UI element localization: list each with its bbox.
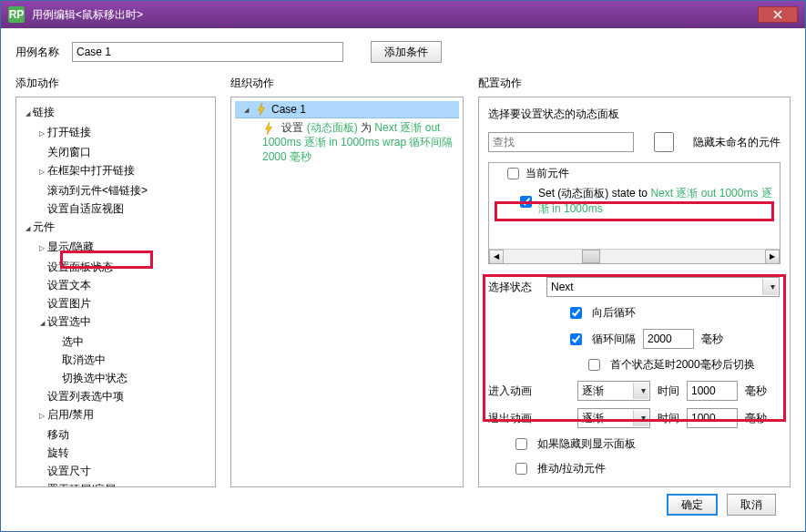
select-panel-label: 选择要设置状态的动态面板 — [488, 107, 780, 122]
case-row[interactable]: Case 1 — [235, 101, 459, 118]
hide-unnamed-checkbox[interactable] — [645, 132, 683, 152]
time-in-input[interactable] — [687, 381, 738, 401]
wrap-back-checkbox[interactable] — [570, 307, 582, 319]
ok-button[interactable]: 确定 — [667, 494, 718, 516]
tree-item-set-text[interactable]: 设置文本 — [36, 276, 213, 294]
scroll-left-button[interactable]: ◀ — [489, 250, 504, 264]
tree-item-set-panel-state[interactable]: 设置面板状态 — [36, 258, 213, 276]
title-bar[interactable]: RP 用例编辑<鼠标移出时> — [1, 1, 805, 28]
tree-item-toggle-selected[interactable]: 切换选中状态 — [51, 369, 213, 387]
tree-item-deselect[interactable]: 取消选中 — [51, 351, 213, 369]
wrap-back-label: 向后循环 — [592, 305, 636, 321]
tree-item-move[interactable]: 移动 — [36, 425, 213, 444]
scroll-thumb[interactable] — [582, 250, 600, 263]
anim-out-select[interactable]: 逐渐 — [577, 408, 650, 428]
tree-group-widget[interactable]: 元件 显示/隐藏 设置面板状态 设置文本 设置图片 设置选中 选中 取消选中 — [22, 218, 213, 487]
hide-unnamed-label: 隐藏未命名的元件 — [693, 135, 780, 150]
loop-checkbox[interactable] — [570, 333, 582, 345]
app-icon: RP — [8, 6, 25, 23]
case-name-input[interactable] — [72, 42, 343, 62]
item-checkbox[interactable] — [520, 196, 532, 208]
tree-item-show-hide[interactable]: 显示/隐藏 — [36, 238, 213, 258]
lightning-icon — [262, 122, 275, 135]
tree-group-link[interactable]: 链接 打开链接 关闭窗口 在框架中打开链接 滚动到元件<锚链接> 设置自适应视图 — [22, 103, 213, 218]
tree-item-set-image[interactable]: 设置图片 — [36, 294, 213, 312]
current-widget-label: 当前元件 — [525, 166, 569, 181]
tree-item-rotate[interactable]: 旋转 — [36, 444, 213, 462]
lightning-icon — [255, 103, 268, 116]
case-editor-dialog: RP 用例编辑<鼠标移出时> 用例名称 添加条件 添加动作 链接 打开链接 — [0, 0, 806, 532]
add-action-header: 添加动作 — [15, 76, 216, 91]
tree-item-bring-to-front[interactable]: 置于顶层/底层 — [36, 480, 213, 487]
close-button[interactable] — [758, 6, 798, 23]
anim-in-select[interactable]: 逐渐 — [577, 381, 650, 401]
time-out-label: 时间 — [658, 411, 679, 426]
panel-listbox[interactable]: 当前元件 Set (动态面板) state to Next 逐渐 out 100… — [488, 162, 780, 264]
push-pull-label: 推动/拉动元件 — [537, 461, 606, 476]
loop-interval-input[interactable] — [643, 329, 694, 349]
case-name-label: 用例名称 — [15, 45, 59, 60]
anim-in-label: 进入动画 — [488, 384, 539, 399]
tree-item-open-link[interactable]: 打开链接 — [36, 123, 213, 143]
show-if-hidden-checkbox[interactable] — [515, 438, 527, 450]
add-condition-button[interactable]: 添加条件 — [371, 41, 442, 63]
current-widget-checkbox[interactable] — [507, 168, 519, 179]
first-delay-checkbox[interactable] — [588, 359, 600, 371]
close-icon — [773, 10, 782, 19]
tree-item-set-list-selected[interactable]: 设置列表选中项 — [36, 387, 213, 405]
state-select[interactable]: Next — [546, 277, 780, 297]
tree-item-scroll-to[interactable]: 滚动到元件<锚链接> — [36, 181, 213, 200]
scroll-right-button[interactable]: ▶ — [765, 250, 780, 264]
push-pull-checkbox[interactable] — [515, 463, 527, 475]
tree-item-set-selected[interactable]: 设置选中 选中 取消选中 切换选中状态 — [36, 312, 213, 387]
tree-item-open-in-frame[interactable]: 在框架中打开链接 — [36, 161, 213, 181]
tree-item-adaptive-view[interactable]: 设置自适应视图 — [36, 200, 213, 218]
horizontal-scrollbar[interactable]: ◀ ▶ — [489, 249, 780, 263]
first-delay-label: 首个状态延时2000毫秒后切换 — [610, 357, 755, 373]
time-out-input[interactable] — [687, 408, 738, 428]
search-input[interactable] — [488, 132, 634, 152]
window-title: 用例编辑<鼠标移出时> — [32, 7, 143, 23]
configure-action-header: 配置动作 — [478, 76, 791, 91]
tree-item-set-size[interactable]: 设置尺寸 — [36, 462, 213, 480]
tree-item-selected[interactable]: 选中 — [51, 332, 213, 351]
loop-label: 循环间隔 — [592, 332, 636, 347]
select-state-label: 选择状态 — [488, 280, 539, 295]
organize-action-header: 组织动作 — [230, 76, 464, 91]
cancel-button[interactable]: 取消 — [727, 494, 776, 516]
tree-item-enable-disable[interactable]: 启用/禁用 — [36, 405, 213, 425]
anim-out-label: 退出动画 — [488, 411, 539, 426]
show-if-hidden-label: 如果隐藏则显示面板 — [537, 436, 636, 452]
tree-item-close-window[interactable]: 关闭窗口 — [36, 143, 213, 161]
time-in-label: 时间 — [658, 384, 679, 399]
action-text[interactable]: 设置 (动态面板) 为 Next 逐渐 out 1000ms 逐渐 in 100… — [235, 118, 459, 168]
item-label: Set (动态面板) state to Next 逐渐 out 1000ms 逐… — [538, 186, 774, 217]
